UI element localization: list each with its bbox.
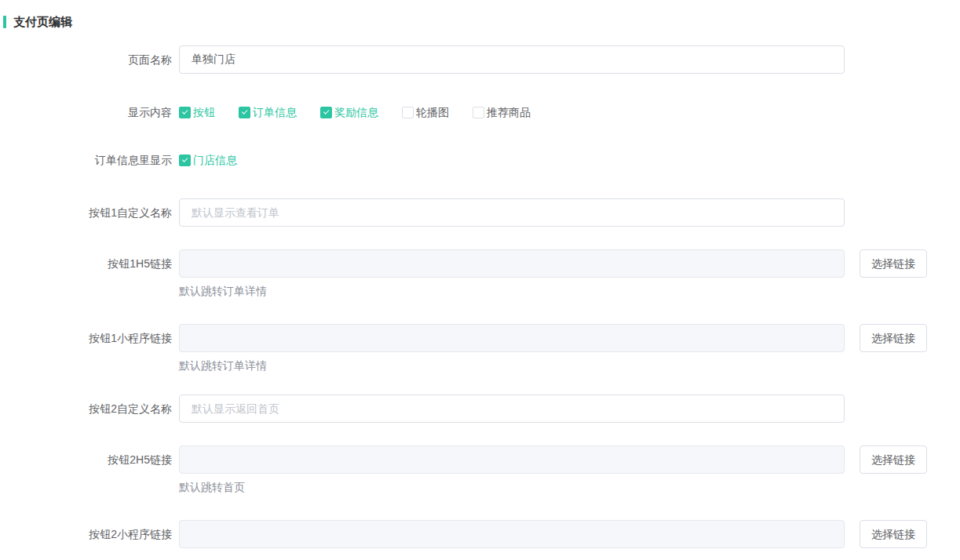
- button1-mini-link-helper: 默认跳转订单详情: [179, 359, 927, 372]
- form-row-button2-mini-link: 按钮2小程序链接 选择链接: [0, 520, 960, 548]
- button1-h5-link-label: 按钮1H5链接: [0, 249, 179, 278]
- button1-h5-link-input[interactable]: [179, 249, 845, 278]
- button1-mini-link-input[interactable]: [179, 324, 845, 352]
- checkbox-icon: [402, 107, 414, 118]
- button2-h5-link-field: 选择链接 默认跳转首页: [179, 445, 927, 493]
- checkbox-carousel-label: 轮播图: [416, 105, 449, 120]
- button1-name-field: [179, 198, 845, 227]
- button1-h5-link-helper: 默认跳转订单详情: [179, 285, 927, 297]
- form-row-order-info-display: 订单信息里显示 门店信息: [0, 153, 960, 168]
- button2-h5-link-line: 选择链接: [179, 445, 927, 474]
- checkbox-recommended-products-label: 推荐商品: [487, 105, 531, 120]
- button2-mini-link-label: 按钮2小程序链接: [0, 520, 179, 548]
- button1-mini-select-link-button[interactable]: 选择链接: [860, 324, 927, 352]
- page-name-field: [179, 45, 845, 74]
- checkbox-icon: [179, 155, 191, 166]
- payment-page-editor: 支付页编辑 页面名称 显示内容 按钮 订单信息 奖励信息 轮播图: [0, 0, 960, 548]
- order-info-display-checkbox-group: 门店信息: [179, 153, 261, 168]
- page-name-input[interactable]: [179, 45, 845, 74]
- checkbox-store-info[interactable]: 门店信息: [179, 153, 237, 168]
- check-icon: [323, 108, 328, 114]
- button1-mini-link-field: 选择链接 默认跳转订单详情: [179, 324, 927, 372]
- form-row-button1-name: 按钮1自定义名称: [0, 198, 960, 227]
- button2-h5-link-helper: 默认跳转首页: [179, 481, 927, 493]
- checkbox-icon: [473, 107, 484, 118]
- button1-mini-link-label: 按钮1小程序链接: [0, 324, 179, 352]
- form-row-button1-mini-link: 按钮1小程序链接 选择链接 默认跳转订单详情: [0, 324, 960, 372]
- page-title: 支付页编辑: [13, 15, 72, 28]
- checkbox-carousel[interactable]: 轮播图: [402, 105, 449, 120]
- check-icon: [241, 108, 246, 114]
- button1-name-input[interactable]: [179, 198, 845, 227]
- page-name-label: 页面名称: [0, 45, 179, 74]
- button1-h5-link-field: 选择链接 默认跳转订单详情: [179, 249, 927, 297]
- button1-h5-link-line: 选择链接: [179, 249, 927, 278]
- form-row-page-name: 页面名称: [0, 45, 960, 74]
- order-info-display-label: 订单信息里显示: [0, 153, 179, 168]
- button2-h5-link-input[interactable]: [179, 445, 845, 474]
- check-icon: [181, 108, 187, 114]
- check-icon: [181, 156, 187, 162]
- button2-h5-select-link-button[interactable]: 选择链接: [860, 445, 927, 474]
- checkbox-store-info-label: 门店信息: [193, 153, 237, 168]
- page-title-row: 支付页编辑: [3, 15, 960, 28]
- button2-h5-link-label: 按钮2H5链接: [0, 445, 179, 474]
- button2-mini-select-link-button[interactable]: 选择链接: [860, 520, 927, 548]
- display-content-checkbox-group: 按钮 订单信息 奖励信息 轮播图 推荐商品: [179, 105, 554, 120]
- button2-name-field: [179, 395, 845, 423]
- form-row-display-content: 显示内容 按钮 订单信息 奖励信息 轮播图 推荐商品: [0, 105, 960, 120]
- checkbox-icon: [179, 107, 191, 118]
- checkbox-buttons-label: 按钮: [193, 105, 215, 120]
- button2-name-label: 按钮2自定义名称: [0, 395, 179, 423]
- checkbox-order-info[interactable]: 订单信息: [239, 105, 297, 120]
- button1-name-label: 按钮1自定义名称: [0, 198, 179, 227]
- checkbox-order-info-label: 订单信息: [253, 105, 297, 120]
- checkbox-reward-info-label: 奖励信息: [334, 105, 378, 120]
- button2-mini-link-field: 选择链接: [179, 520, 927, 548]
- form-row-button2-h5-link: 按钮2H5链接 选择链接 默认跳转首页: [0, 445, 960, 493]
- checkbox-recommended-products[interactable]: 推荐商品: [473, 105, 531, 120]
- checkbox-icon: [320, 107, 332, 118]
- button1-h5-select-link-button[interactable]: 选择链接: [860, 249, 927, 278]
- button2-name-input[interactable]: [179, 395, 845, 423]
- button2-mini-link-input[interactable]: [179, 520, 845, 548]
- form-row-button1-h5-link: 按钮1H5链接 选择链接 默认跳转订单详情: [0, 249, 960, 297]
- form-row-button2-name: 按钮2自定义名称: [0, 395, 960, 423]
- checkbox-buttons[interactable]: 按钮: [179, 105, 215, 120]
- checkbox-reward-info[interactable]: 奖励信息: [320, 105, 378, 120]
- display-content-label: 显示内容: [0, 105, 179, 120]
- button1-mini-link-line: 选择链接: [179, 324, 927, 352]
- checkbox-icon: [239, 107, 250, 118]
- title-accent-bar-icon: [3, 16, 6, 28]
- button2-mini-link-line: 选择链接: [179, 520, 927, 548]
